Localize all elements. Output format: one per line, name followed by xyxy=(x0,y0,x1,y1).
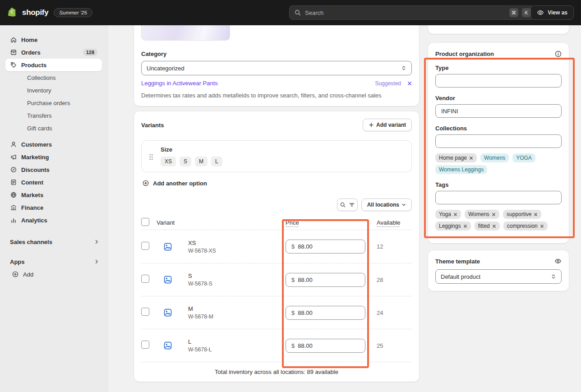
sidebar-item-purchase-orders[interactable]: Purchase orders xyxy=(5,97,102,109)
variants-table-header: Variant Price Available xyxy=(141,216,412,230)
available-count: 28 xyxy=(369,277,412,283)
dismiss-suggestion-icon[interactable] xyxy=(407,81,412,86)
price-input[interactable]: $ 88.00 xyxy=(286,306,365,320)
sidebar-add-app-button[interactable]: Add xyxy=(5,268,102,281)
collection-link-chip[interactable]: YOGA xyxy=(512,153,535,162)
remove-tag-icon[interactable] xyxy=(463,224,467,228)
variant-image-icon[interactable] xyxy=(163,242,172,251)
sidebar-item-discounts[interactable]: Discounts xyxy=(5,163,102,176)
row-checkbox[interactable] xyxy=(141,341,149,349)
category-select[interactable]: Uncategorized xyxy=(141,61,412,75)
product-organization-card: Product organization Type Vendor Collect… xyxy=(428,43,569,243)
sidebar-item-orders[interactable]: Orders 128 xyxy=(5,46,102,59)
price-input[interactable]: $ 88.00 xyxy=(286,240,365,254)
collections-input[interactable] xyxy=(435,134,562,148)
sidebar-item-collections[interactable]: Collections xyxy=(5,71,102,84)
sidebar-item-label: Customers xyxy=(21,141,52,148)
collection-link-chip[interactable]: Womens xyxy=(480,153,509,162)
price-input[interactable]: $ 88.00 xyxy=(286,273,365,287)
product-image-thumbnail[interactable] xyxy=(141,25,230,41)
vendor-input[interactable] xyxy=(435,104,562,118)
row-checkbox[interactable] xyxy=(141,275,149,283)
type-input[interactable] xyxy=(435,74,562,88)
variant-image-icon[interactable] xyxy=(163,308,172,317)
row-checkbox[interactable] xyxy=(141,242,149,250)
option-value-chip[interactable]: M xyxy=(195,157,208,166)
markets-icon xyxy=(10,191,17,198)
variant-sku: W-5678-M xyxy=(188,314,284,320)
variant-name: M xyxy=(188,305,284,312)
option-value-chip[interactable]: XS xyxy=(161,157,176,166)
sidebar-item-home[interactable]: Home xyxy=(5,33,102,46)
tags-input[interactable] xyxy=(435,191,562,204)
sidebar-item-label: Analytics xyxy=(21,217,47,224)
shopify-home-link[interactable]: shopify xyxy=(7,7,48,18)
remove-tag-icon[interactable] xyxy=(492,224,496,228)
available-count: 24 xyxy=(369,309,412,316)
theme-template-title: Theme template xyxy=(435,258,480,265)
option-value-chip[interactable]: L xyxy=(211,157,222,166)
select-all-checkbox[interactable] xyxy=(141,218,149,226)
collection-link-chip[interactable]: Womens Leggings xyxy=(435,165,487,174)
sidebar-item-marketing[interactable]: Marketing xyxy=(5,151,102,163)
price-input[interactable]: $ 88.00 xyxy=(286,339,365,353)
search-placeholder-text: Search xyxy=(305,9,506,16)
sidebar-item-finance[interactable]: Finance xyxy=(5,201,102,214)
view-as-button[interactable]: View as xyxy=(530,5,574,20)
sidebar-item-analytics[interactable]: Analytics xyxy=(5,214,102,226)
info-icon[interactable] xyxy=(555,51,562,57)
option-value-chip[interactable]: S xyxy=(180,157,191,166)
tag-chip: supportive xyxy=(503,210,541,219)
global-search-input[interactable]: Search ⌘ K xyxy=(289,5,535,20)
variant-name-cell[interactable]: S W-5678-S xyxy=(180,272,284,287)
remove-collection-icon[interactable] xyxy=(469,156,473,160)
sidebar-section-sales-channels[interactable]: Sales channels xyxy=(5,235,102,248)
variant-name: S xyxy=(188,272,284,279)
sidebar-section-apps[interactable]: Apps xyxy=(5,255,102,268)
topbar: shopify Summer '25 Search ⌘ K View as xyxy=(0,0,581,25)
row-checkbox[interactable] xyxy=(141,308,149,316)
remove-tag-icon[interactable] xyxy=(534,212,538,217)
apps-label: Apps xyxy=(10,258,25,265)
variant-image-icon[interactable] xyxy=(163,275,172,284)
category-suggestion-link[interactable]: Leggings in Activewear Pants xyxy=(141,80,218,87)
variant-name-cell[interactable]: L W-5678-L xyxy=(180,338,284,353)
theme-template-select[interactable]: Default product xyxy=(435,269,562,284)
variant-name-cell[interactable]: M W-5678-M xyxy=(180,305,284,320)
sidebar-item-customers[interactable]: Customers xyxy=(5,138,102,151)
sidebar-item-content[interactable]: Content xyxy=(5,176,102,189)
sidebar-item-label: Finance xyxy=(21,204,43,211)
sidebar-item-gift-cards[interactable]: Gift cards xyxy=(5,122,102,134)
drag-handle-icon[interactable] xyxy=(149,146,153,166)
preview-eye-icon[interactable] xyxy=(554,258,562,265)
collection-chip: Home page xyxy=(435,153,477,162)
sidebar-item-transfers[interactable]: Transfers xyxy=(5,109,102,122)
remove-tag-icon[interactable] xyxy=(453,212,457,217)
column-header-variant: Variant xyxy=(157,219,284,226)
locations-filter-button[interactable]: All locations xyxy=(361,198,412,211)
tag-chip-label: fitted xyxy=(478,223,490,229)
add-variant-button[interactable]: Add variant xyxy=(363,119,412,131)
tag-chip: Yoga xyxy=(435,210,461,219)
sales-channels-label: Sales channels xyxy=(10,239,52,245)
customers-icon xyxy=(10,141,17,148)
column-header-price[interactable]: Price xyxy=(286,219,299,226)
variant-image-icon[interactable] xyxy=(163,341,172,350)
tag-chip: compression xyxy=(503,221,548,231)
search-filter-button[interactable] xyxy=(337,198,358,211)
kbd-k-key: K xyxy=(522,8,531,17)
variant-name-cell[interactable]: XS W-5678-XS xyxy=(180,240,284,254)
plus-icon xyxy=(369,122,374,128)
price-value: 88.00 xyxy=(298,309,313,316)
sidebar-item-inventory[interactable]: Inventory xyxy=(5,84,102,97)
variant-row: M W-5678-M $ 88.00 24 xyxy=(141,296,412,329)
search-icon xyxy=(294,9,301,16)
remove-tag-icon[interactable] xyxy=(540,224,544,228)
sidebar-item-markets[interactable]: Markets xyxy=(5,189,102,201)
chevron-right-icon xyxy=(94,259,99,264)
column-header-available[interactable]: Available xyxy=(377,219,401,226)
add-another-option-button[interactable]: Add another option xyxy=(141,180,207,187)
product-details-card: Category Uncategorized Leggings in Activ… xyxy=(134,25,419,106)
remove-tag-icon[interactable] xyxy=(492,212,496,217)
sidebar-item-products[interactable]: Products xyxy=(5,59,102,71)
